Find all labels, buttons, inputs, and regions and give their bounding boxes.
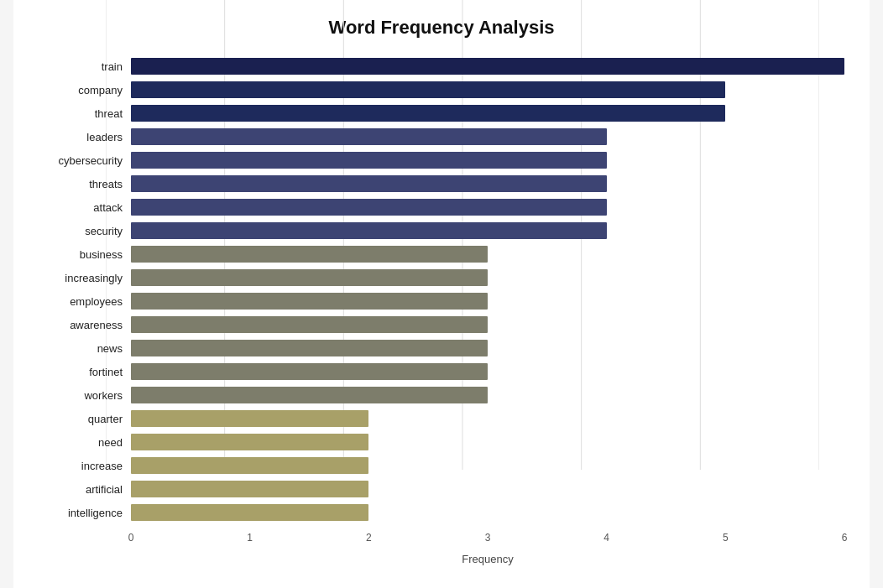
- bar-wrapper: [131, 128, 844, 145]
- bar-fill: [131, 293, 488, 310]
- bar-row: leaders: [39, 126, 844, 148]
- bar-fill: [131, 316, 488, 333]
- bar-track: [131, 128, 844, 145]
- bar-fill: [131, 222, 607, 239]
- bar-wrapper: [131, 340, 844, 356]
- bar-fill: [131, 410, 368, 427]
- bar-wrapper: [131, 58, 844, 75]
- bar-row: attack: [39, 196, 844, 218]
- bar-row: cybersecurity: [39, 149, 844, 171]
- bar-label: increasingly: [39, 272, 131, 284]
- bar-fill: [131, 246, 488, 263]
- bar-label: leaders: [39, 131, 131, 143]
- bar-track: [131, 152, 844, 169]
- bar-track: [131, 410, 844, 427]
- bar-fill: [131, 387, 488, 403]
- bar-fill: [131, 128, 607, 145]
- bar-track: [131, 434, 844, 450]
- bar-wrapper: [131, 269, 844, 286]
- bar-row: company: [39, 79, 844, 101]
- bar-label: fortinet: [39, 366, 131, 378]
- bar-row: workers: [39, 384, 844, 406]
- bar-label: train: [39, 60, 131, 73]
- chart-title: Word Frequency Analysis: [39, 17, 844, 39]
- bar-row: threat: [39, 102, 844, 124]
- bar-label: intelligence: [39, 507, 131, 519]
- bar-row: employees: [39, 290, 844, 312]
- bar-wrapper: [131, 434, 844, 450]
- bar-fill: [131, 340, 488, 356]
- x-axis: 0123456: [131, 532, 844, 549]
- bar-wrapper: [131, 410, 844, 427]
- bar-row: threats: [39, 173, 844, 195]
- x-tick: 6: [838, 532, 851, 544]
- bar-wrapper: [131, 504, 844, 521]
- bar-wrapper: [131, 199, 844, 216]
- bar-label: business: [39, 248, 131, 261]
- bar-fill: [131, 434, 368, 450]
- bar-track: [131, 293, 844, 310]
- bar-track: [131, 58, 844, 75]
- bar-track: [131, 222, 844, 239]
- bar-row: intelligence: [39, 502, 844, 523]
- bar-row: awareness: [39, 314, 844, 336]
- bar-label: quarter: [39, 413, 131, 425]
- bar-track: [131, 363, 844, 380]
- bar-wrapper: [131, 81, 844, 98]
- bar-fill: [131, 105, 725, 122]
- bar-track: [131, 81, 844, 98]
- bar-label: workers: [39, 389, 131, 402]
- bar-row: news: [39, 337, 844, 359]
- bar-track: [131, 199, 844, 216]
- bar-fill: [131, 175, 607, 192]
- x-tick: 4: [600, 532, 614, 544]
- bar-wrapper: [131, 363, 844, 380]
- bar-track: [131, 387, 844, 403]
- bar-label: threats: [39, 178, 131, 190]
- bar-fill: [131, 58, 844, 75]
- bar-row: business: [39, 243, 844, 265]
- bar-wrapper: [131, 175, 844, 192]
- bar-label: awareness: [39, 319, 131, 331]
- bar-label: threat: [39, 107, 131, 120]
- bar-label: news: [39, 342, 131, 355]
- bar-label: company: [39, 84, 131, 96]
- bar-wrapper: [131, 105, 844, 122]
- bar-wrapper: [131, 246, 844, 263]
- bar-fill: [131, 269, 488, 286]
- bar-wrapper: [131, 481, 844, 497]
- bar-label: need: [39, 436, 131, 449]
- bar-label: attack: [39, 201, 131, 214]
- bar-row: quarter: [39, 408, 844, 429]
- bar-fill: [131, 481, 368, 497]
- bar-label: cybersecurity: [39, 154, 131, 167]
- bar-track: [131, 457, 844, 474]
- bar-fill: [131, 81, 725, 98]
- bar-wrapper: [131, 293, 844, 310]
- bar-track: [131, 105, 844, 122]
- bar-wrapper: [131, 387, 844, 403]
- x-tick: 5: [718, 532, 732, 544]
- bar-label: employees: [39, 295, 131, 308]
- bar-row: fortinet: [39, 361, 844, 382]
- bar-fill: [131, 152, 607, 169]
- bar-fill: [131, 457, 368, 474]
- bar-fill: [131, 363, 488, 380]
- bar-row: train: [39, 55, 844, 77]
- x-axis-label: Frequency: [131, 553, 844, 565]
- bar-fill: [131, 199, 607, 216]
- bar-label: security: [39, 225, 131, 237]
- bar-label: artificial: [39, 483, 131, 496]
- bar-track: [131, 504, 844, 521]
- bar-row: artificial: [39, 478, 844, 500]
- bar-row: need: [39, 431, 844, 453]
- bar-wrapper: [131, 222, 844, 239]
- chart-container: Word Frequency Analysis traincompanythre…: [13, 0, 870, 588]
- x-tick: 0: [124, 532, 138, 544]
- x-tick: 2: [362, 532, 375, 544]
- bar-track: [131, 316, 844, 333]
- x-tick: 3: [481, 532, 494, 544]
- bar-track: [131, 269, 844, 286]
- bar-track: [131, 340, 844, 356]
- bar-row: security: [39, 220, 844, 242]
